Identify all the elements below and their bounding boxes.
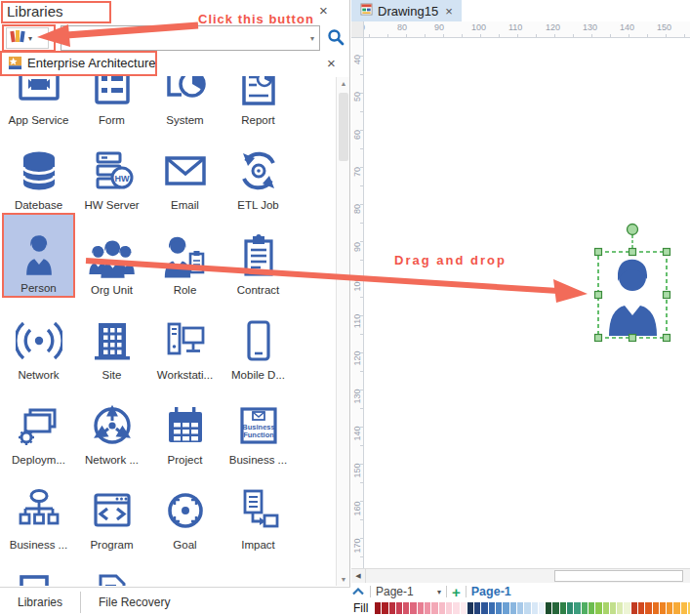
library-scrollbar[interactable]: ▲ ▼ xyxy=(336,77,349,586)
shape-label: Network xyxy=(18,368,59,383)
shape-item-mobile-d[interactable]: Mobile D... xyxy=(222,298,295,383)
fill-swatch[interactable] xyxy=(396,602,402,614)
shape-item-system[interactable]: System xyxy=(148,76,222,128)
shape-item-partial[interactable] xyxy=(2,553,75,586)
shape-label: App Service xyxy=(8,113,68,128)
fill-swatch[interactable] xyxy=(617,602,623,614)
fill-swatch[interactable] xyxy=(382,602,387,614)
fill-swatch[interactable] xyxy=(631,602,637,614)
fill-swatch[interactable] xyxy=(532,602,538,614)
open-library-button[interactable]: ▾ xyxy=(6,27,49,49)
scrollbar-thumb[interactable] xyxy=(554,570,683,582)
fill-swatch[interactable] xyxy=(467,602,473,614)
page-tab-page1[interactable]: Page-1 xyxy=(471,585,511,598)
shape-item-network[interactable]: Network xyxy=(2,298,75,383)
fill-swatch[interactable] xyxy=(403,602,409,614)
shape-item-business[interactable]: BusinessFunctionBusiness ... xyxy=(222,383,295,468)
shape-label: Impact xyxy=(241,538,275,553)
shape-item-goal[interactable]: Goal xyxy=(148,468,222,553)
fill-swatch[interactable] xyxy=(389,602,395,614)
shape-item-role[interactable]: Role xyxy=(148,213,222,298)
shape-item-workstati[interactable]: Workstati... xyxy=(148,298,222,383)
shape-label: Org Unit xyxy=(91,283,133,298)
scroll-down-icon[interactable]: ▼ xyxy=(337,576,350,583)
shape-item-datebase[interactable]: Datebase xyxy=(2,128,75,213)
fill-swatch[interactable] xyxy=(418,602,424,614)
fill-swatch[interactable] xyxy=(638,602,644,614)
fill-swatch[interactable] xyxy=(481,602,487,614)
close-document-icon[interactable]: × xyxy=(445,4,453,19)
selected-person-shape[interactable] xyxy=(589,220,677,345)
shape-item-deploym[interactable]: Deploym... xyxy=(2,383,75,468)
shape-item-report[interactable]: Report xyxy=(222,76,295,128)
fill-swatch[interactable] xyxy=(425,602,430,614)
fill-swatch[interactable] xyxy=(461,602,467,614)
fill-swatch[interactable] xyxy=(624,602,629,614)
fill-swatch[interactable] xyxy=(595,602,601,614)
add-page-button[interactable]: + xyxy=(452,585,461,599)
shape-item-impact[interactable]: Impact xyxy=(222,468,295,553)
fill-swatch[interactable] xyxy=(496,602,502,614)
fill-swatch[interactable] xyxy=(574,602,580,614)
scroll-up-icon[interactable]: ▲ xyxy=(337,80,350,87)
shape-item-partial[interactable] xyxy=(75,553,148,586)
fill-swatch[interactable] xyxy=(582,602,588,614)
fill-swatch[interactable] xyxy=(552,602,558,614)
fill-swatch[interactable] xyxy=(410,602,416,614)
tab-libraries[interactable]: Libraries xyxy=(0,588,80,616)
search-input[interactable] xyxy=(65,28,302,50)
divider xyxy=(466,586,467,597)
fill-swatch[interactable] xyxy=(589,602,594,614)
shape-item-email[interactable]: Email xyxy=(148,128,222,213)
fill-swatch[interactable] xyxy=(681,602,687,614)
shape-item-org-unit[interactable]: Org Unit xyxy=(75,213,148,298)
scrollbar-thumb[interactable] xyxy=(339,93,348,161)
fill-swatch[interactable] xyxy=(489,602,495,614)
close-library-button[interactable]: × xyxy=(327,57,336,70)
page-select[interactable]: Page-1 xyxy=(376,585,432,598)
shape-item-project[interactable]: Project xyxy=(148,383,222,468)
fill-swatch[interactable] xyxy=(567,602,573,614)
chevron-up-icon[interactable] xyxy=(351,585,365,598)
shape-item-program[interactable]: Program xyxy=(75,468,148,553)
chevron-down-icon[interactable]: ▾ xyxy=(310,34,314,43)
shape-item-business[interactable]: Business ... xyxy=(2,468,75,553)
fill-swatch[interactable] xyxy=(673,602,679,614)
fill-swatch[interactable] xyxy=(667,602,672,614)
tab-drawing15[interactable]: Drawing15 × xyxy=(351,0,462,21)
horizontal-scrollbar[interactable]: ◀ xyxy=(351,568,690,583)
fill-swatch[interactable] xyxy=(610,602,616,614)
close-panel-button[interactable]: × xyxy=(319,4,328,18)
fill-swatch[interactable] xyxy=(474,602,480,614)
shape-item-hw-server[interactable]: HWHW Server xyxy=(75,128,148,213)
fill-swatch[interactable] xyxy=(375,602,381,614)
shape-item-etl-job[interactable]: ETL Job xyxy=(222,128,295,213)
fill-swatch[interactable] xyxy=(653,602,659,614)
chevron-down-icon[interactable]: ▾ xyxy=(437,588,441,596)
tab-file-recovery[interactable]: File Recovery xyxy=(81,588,187,616)
magnifier-icon[interactable] xyxy=(327,28,345,50)
fill-swatch[interactable] xyxy=(546,602,551,614)
fill-swatch[interactable] xyxy=(431,602,437,614)
fill-swatch[interactable] xyxy=(560,602,566,614)
fill-swatch[interactable] xyxy=(645,602,651,614)
fill-swatch[interactable] xyxy=(446,602,452,614)
fill-swatch[interactable] xyxy=(503,602,508,614)
shape-item-site[interactable]: Site xyxy=(75,298,148,383)
shape-item-form[interactable]: Form xyxy=(75,76,148,128)
shape-item-app-service[interactable]: App Service xyxy=(2,76,75,128)
fill-swatch[interactable] xyxy=(439,602,445,614)
shape-item-network[interactable]: Network ... xyxy=(75,383,148,468)
fill-swatch[interactable] xyxy=(539,602,545,614)
fill-swatch[interactable] xyxy=(517,602,523,614)
fill-bar: Fill xyxy=(351,600,690,616)
fill-swatch[interactable] xyxy=(510,602,516,614)
fill-swatch[interactable] xyxy=(453,602,459,614)
shape-item-contract[interactable]: Contract xyxy=(222,213,295,298)
fill-swatch[interactable] xyxy=(660,602,666,614)
shape-label: Person xyxy=(20,281,56,296)
fill-swatch[interactable] xyxy=(603,602,609,614)
shape-item-person[interactable]: Person xyxy=(2,213,75,298)
fill-swatch[interactable] xyxy=(524,602,530,614)
scroll-left-icon[interactable]: ◀ xyxy=(351,569,366,583)
